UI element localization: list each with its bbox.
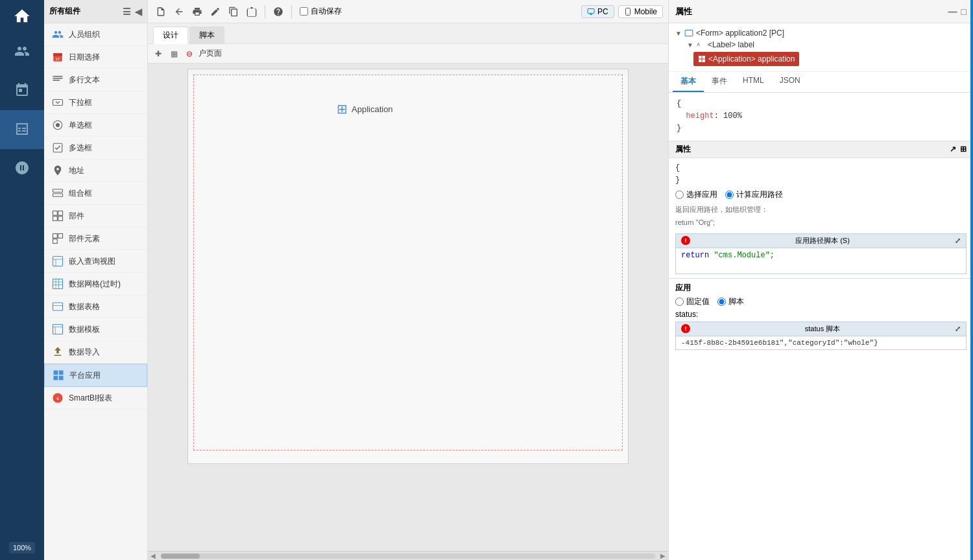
component-item-platform-app[interactable]: 平台应用 bbox=[44, 364, 147, 387]
prop-copy-icon[interactable]: ⊞ bbox=[960, 145, 967, 154]
autosave-checkbox[interactable]: 自动保存 bbox=[300, 6, 342, 17]
nav-home-button[interactable] bbox=[0, 0, 44, 32]
component-item-radio[interactable]: 单选框 bbox=[44, 114, 147, 137]
vertical-resize-handle[interactable] bbox=[970, 0, 973, 560]
tree-item-selected[interactable]: <Application> application bbox=[693, 52, 799, 66]
date-icon: 17 bbox=[51, 50, 65, 64]
component-item-smartbi[interactable]: S SmartBI报表 bbox=[44, 387, 147, 410]
app-widget-label: Application bbox=[352, 104, 393, 114]
component-item-checkbox[interactable]: 多选框 bbox=[44, 137, 147, 159]
tab-event[interactable]: 事件 bbox=[704, 72, 735, 92]
component-label: 数据导入 bbox=[69, 347, 100, 358]
nav-item-people-settings[interactable] bbox=[0, 149, 44, 188]
radio-select-app[interactable]: 选择应用 bbox=[675, 189, 717, 200]
canvas-add-btn[interactable]: ✚ bbox=[152, 47, 165, 60]
svg-rect-18 bbox=[53, 239, 58, 244]
status-expand-icon[interactable]: ⤢ bbox=[955, 325, 961, 333]
prop-expand-icon[interactable]: ↗ bbox=[950, 145, 956, 154]
tree-item-form[interactable]: ▼ <Form> application2 [PC] bbox=[675, 27, 967, 39]
svg-rect-45 bbox=[703, 56, 706, 59]
component-item-dropdown[interactable]: 下拉框 bbox=[44, 91, 147, 114]
component-item-multitext[interactable]: 多行文本 bbox=[44, 69, 147, 91]
tree-label-label: <Label> label bbox=[708, 40, 754, 49]
component-item-query-view[interactable]: 嵌入查询视图 bbox=[44, 250, 147, 273]
radio-fixed-input[interactable] bbox=[675, 298, 684, 306]
component-item-org[interactable]: 人员组织 bbox=[44, 23, 147, 46]
tab-html[interactable]: HTML bbox=[735, 72, 772, 92]
toolbar-new-btn[interactable] bbox=[153, 4, 169, 19]
scroll-thumb[interactable] bbox=[161, 554, 200, 559]
tree-label-icon: A bbox=[696, 40, 705, 49]
autosave-input[interactable] bbox=[300, 7, 308, 16]
tab-basic[interactable]: 基本 bbox=[673, 72, 704, 92]
tab-bar: 设计 脚本 bbox=[148, 23, 668, 44]
radio-script[interactable]: 脚本 bbox=[717, 296, 744, 307]
component-item-widget[interactable]: 部件 bbox=[44, 205, 147, 228]
radio-select-app-label: 选择应用 bbox=[686, 189, 717, 200]
prop-code-block: { } bbox=[675, 162, 967, 187]
datagrid-icon bbox=[51, 277, 65, 291]
canvas-grid-btn[interactable]: ▦ bbox=[167, 47, 180, 60]
desc-text-1: 返回应用路径，如组织管理： bbox=[675, 203, 967, 216]
prop-open-brace: { bbox=[675, 163, 680, 172]
canvas-content[interactable]: ⊞ Application bbox=[188, 75, 628, 463]
svg-text:17: 17 bbox=[56, 57, 60, 61]
toolbar-right: PC Mobile bbox=[581, 5, 663, 18]
prop-section-label: 属性 bbox=[675, 144, 691, 155]
app-widget[interactable]: ⊞ Application bbox=[337, 101, 393, 117]
nav-item-calendar[interactable] bbox=[0, 71, 44, 110]
status-script-body[interactable]: -415f-8b8c-2b4591e6b181","categoryId":"w… bbox=[675, 336, 967, 350]
toolbar-copy-btn[interactable] bbox=[226, 4, 241, 19]
code-height-val: 100% bbox=[723, 111, 742, 121]
component-item-widget-element[interactable]: 部件元素 bbox=[44, 228, 147, 250]
nav-item-table[interactable] bbox=[0, 110, 44, 149]
component-item-datatemplate[interactable]: 数据模板 bbox=[44, 318, 147, 341]
radio-fixed-value[interactable]: 固定值 bbox=[675, 296, 710, 307]
panel-menu-icon[interactable]: ☰ bbox=[123, 6, 131, 17]
canvas-scrollbar-h[interactable]: ◀ ▶ bbox=[148, 551, 668, 560]
toolbar-edit-btn[interactable] bbox=[208, 4, 223, 19]
datatable-icon bbox=[51, 299, 65, 314]
pc-device-btn[interactable]: PC bbox=[581, 5, 614, 18]
scroll-right-btn[interactable]: ▶ bbox=[658, 552, 668, 559]
mobile-device-btn[interactable]: Mobile bbox=[618, 5, 663, 18]
toolbar-help-btn[interactable] bbox=[270, 4, 286, 19]
nav-item-users[interactable] bbox=[0, 32, 44, 71]
toolbar-back-btn[interactable] bbox=[171, 4, 187, 19]
toolbar-print-btn[interactable] bbox=[189, 4, 205, 19]
right-panel-icons: — □ bbox=[948, 6, 967, 17]
svg-rect-5 bbox=[53, 80, 60, 81]
checkbox-icon bbox=[51, 141, 65, 155]
canvas-delete-btn[interactable]: ⊖ bbox=[183, 47, 196, 60]
radio-group-app: 选择应用 计算应用路径 bbox=[675, 189, 967, 200]
org-icon bbox=[51, 27, 65, 41]
right-panel-icon-2[interactable]: □ bbox=[961, 6, 967, 17]
component-item-datagrid[interactable]: 数据网格(过时) bbox=[44, 273, 147, 296]
radio-calc-path[interactable]: 计算应用路径 bbox=[725, 189, 783, 200]
tree-item-label[interactable]: ▼ A <Label> label bbox=[675, 39, 967, 51]
component-item-datatable[interactable]: 数据表格 bbox=[44, 296, 147, 318]
tab-design[interactable]: 设计 bbox=[153, 27, 188, 44]
component-item-address[interactable]: 地址 bbox=[44, 159, 147, 182]
scroll-left-btn[interactable]: ◀ bbox=[148, 552, 158, 559]
radio-calc-path-input[interactable] bbox=[725, 191, 734, 199]
tab-json[interactable]: JSON bbox=[772, 72, 808, 92]
component-item-import[interactable]: 数据导入 bbox=[44, 341, 147, 364]
svg-rect-17 bbox=[58, 234, 63, 239]
right-panel-icon-1[interactable]: — bbox=[948, 6, 957, 17]
prop-tabs: 基本 事件 HTML JSON bbox=[669, 72, 973, 93]
radio-calc-path-label: 计算应用路径 bbox=[736, 189, 783, 200]
panel-collapse-icon[interactable]: ◀ bbox=[135, 6, 142, 17]
svg-rect-19 bbox=[53, 257, 63, 266]
tree-selected-icon bbox=[698, 55, 706, 63]
component-item-combo[interactable]: 组合框 bbox=[44, 182, 147, 205]
component-label: 部件元素 bbox=[69, 233, 100, 244]
radio-select-app-input[interactable] bbox=[675, 191, 684, 199]
tab-script[interactable]: 脚本 bbox=[189, 27, 224, 43]
svg-rect-27 bbox=[53, 303, 63, 310]
script-expand-icon[interactable]: ⤢ bbox=[955, 237, 961, 245]
toolbar-paste-btn[interactable] bbox=[244, 4, 259, 19]
script-body-path[interactable]: return "cms.Module"; bbox=[675, 248, 967, 274]
component-item-date[interactable]: 17 日期选择 bbox=[44, 46, 147, 69]
radio-script-input[interactable] bbox=[717, 298, 726, 306]
